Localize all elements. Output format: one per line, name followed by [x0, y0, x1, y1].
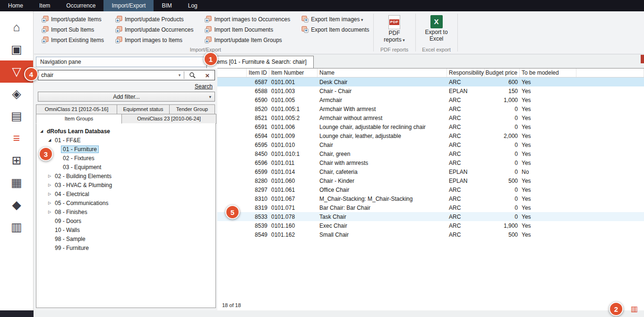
column-header-item-id[interactable]: Item ID [247, 69, 269, 77]
tree-node[interactable]: 02 - Fixtures [36, 154, 215, 163]
search-history-chevron-icon[interactable]: ▾ [175, 73, 184, 77]
table-row[interactable]: 6599 0101.014 Chair, cafeteria EPLAN 0 N… [217, 167, 644, 176]
item-groups-icon[interactable]: ▣ [0, 38, 33, 60]
import-images-to-occurrences-button[interactable]: Import images to Occurrences [203, 14, 292, 24]
chevron-down-icon: ▾ [209, 94, 211, 99]
export-icon [301, 16, 309, 23]
tab-equipment-status[interactable]: Equipmnet status [117, 104, 170, 114]
search-input[interactable] [38, 72, 175, 78]
table-row[interactable]: 8319 0101.071 Bar Chair: Bar Chair ARC 0… [217, 203, 644, 212]
tree-expander-icon[interactable]: ▷ [48, 174, 55, 178]
menu-tab-item[interactable]: Item [31, 0, 58, 11]
menu-tab-occurrence[interactable]: Occurrence [58, 0, 103, 11]
import-sub-items-button[interactable]: Import Sub Items [40, 25, 106, 34]
column-header-item-number[interactable]: Item Number [269, 69, 318, 77]
tree-node[interactable]: ▷ 08 - Finishes [36, 207, 215, 216]
clear-search-icon[interactable]: × [200, 71, 215, 79]
table-row[interactable]: 6588 0101.003 Chair - Chair EPLAN 150 Ye… [217, 86, 644, 95]
table-row[interactable]: 6590 0101.005 Armchair ARC 1,000 Yes [217, 95, 644, 104]
tree-node[interactable]: 01 - Furniture [36, 145, 215, 154]
tree-expander-icon[interactable]: ▷ [48, 201, 55, 205]
tree-expander-icon[interactable]: ◢ [48, 138, 55, 142]
menu-tab-home[interactable]: Home [0, 0, 31, 11]
cell-item-id: 8450 [247, 149, 269, 158]
tree-node[interactable]: 10 - Walls [36, 225, 215, 234]
search-link[interactable]: Search [195, 83, 213, 90]
occurrences-icon[interactable]: ◈ [0, 83, 33, 105]
table-row[interactable]: 6596 0101.011 Chair with armrests ARC 0 … [217, 158, 644, 167]
column-header-budget-price[interactable]: Budget price [485, 69, 520, 77]
import-item-documents-button[interactable]: Import Item Documents [203, 25, 292, 34]
export-item-documents-button[interactable]: Export Item documents [300, 25, 371, 34]
logistics-icon[interactable]: ⊞ [0, 149, 33, 171]
table-row[interactable]: 6594 0101.009 Lounge chair, leather, adj… [217, 131, 644, 140]
documents-icon[interactable]: ▤ [0, 105, 33, 127]
table-row[interactable]: 8520 0101.005:1 Armchair With armrest AR… [217, 104, 644, 113]
tree-node[interactable]: ▷ 05 - Communications [36, 198, 215, 207]
export-to-excel-button[interactable]: X Export to Excel [421, 14, 452, 44]
table-row[interactable]: 8310 0101.067 M_Chair-Stacking: M_Chair-… [217, 194, 644, 203]
tree-expander-icon[interactable]: ▷ [48, 183, 55, 187]
column-header-responsibility[interactable]: Responsibility [447, 69, 485, 77]
tree-node[interactable]: ◢ 01 - FF&E [36, 136, 215, 145]
ribbon-separator [457, 14, 458, 51]
table-row[interactable]: 8539 0101.160 Exec Chair ARC 1,900 Yes [217, 221, 644, 230]
import-export-icon [205, 36, 212, 43]
table-row[interactable]: 8450 0101.010:1 Chair, green ARC 0 Yes [217, 149, 644, 158]
tab-omniclass-21[interactable]: OmniClass 21 [2012-05-16] [36, 104, 117, 114]
cell-item-number: 0101.005:2 [269, 113, 318, 122]
tree-expander-icon[interactable]: ◢ [40, 129, 47, 133]
tree-node[interactable]: ▷ 04 - Electrical [36, 189, 215, 198]
tree-node[interactable]: 03 - Equipment [36, 163, 215, 171]
table-row[interactable]: 8297 0101.061 Office Chair ARC 0 Yes [217, 185, 644, 194]
menu-tab-log[interactable]: Log [180, 0, 206, 11]
tab-omniclass-23[interactable]: OmniClass 23 [2010-06-24] [121, 114, 216, 124]
tree-expander-icon[interactable]: ▷ [48, 192, 55, 196]
tree-expander-icon[interactable]: ▷ [48, 210, 55, 214]
tree-node[interactable]: ▷ 03 - HVAC & Plumbing [36, 180, 215, 189]
database-icon[interactable]: ≡ [0, 127, 33, 149]
table-row[interactable]: 8549 0101.162 Small Chair ARC 500 Yes [217, 230, 644, 239]
menu-tab-import-export[interactable]: Import/Export [103, 0, 154, 11]
tree-node[interactable]: ▷ 02 - Building Elements [36, 171, 215, 180]
pdf-reports-button[interactable]: PDF PDF reports [379, 14, 410, 45]
cell-responsibility: ARC [447, 203, 485, 212]
tab-item-groups[interactable]: Item Groups [36, 114, 122, 124]
tree-node[interactable]: 98 - Sample [36, 234, 215, 243]
table-row[interactable]: 6587 0101.001 Desk Chair ARC 600 Yes [217, 77, 644, 86]
add-filter-dropdown[interactable]: Add filter... ▾ [38, 92, 215, 102]
import-update-item-groups-button[interactable]: Import/update Item Groups [203, 35, 292, 45]
export-item-images-button[interactable]: Export Item images [300, 14, 371, 24]
import-update-products-button[interactable]: Import/update Products [113, 14, 195, 24]
tree-node-label: 99 - Furniture [55, 245, 89, 251]
table-row[interactable]: 8533 0101.078 Task Chair ARC 0 Yes [217, 212, 644, 221]
menu-tab-bim[interactable]: BIM [154, 0, 180, 11]
search-link-row: Search [195, 82, 213, 90]
table-row[interactable]: 8280 0101.060 Chair - Kinder EPLAN 500 Y… [217, 176, 644, 185]
buildings-icon[interactable]: ⌂ [0, 16, 33, 38]
table-row[interactable]: 8521 0101.005:2 Armchair without armrest… [217, 113, 644, 122]
import-update-occurrences-button[interactable]: Import/update Occurrences [113, 25, 195, 34]
systems-icon[interactable]: ◆ [0, 194, 33, 216]
table-row[interactable]: 6595 0101.010 Chair ARC 0 Yes [217, 140, 644, 149]
column-header-to-be-modeled[interactable]: To be modeled [520, 69, 576, 77]
cell-item-id: 8533 [247, 212, 269, 221]
items-document-tab[interactable]: Items [01 - Furniture & Search: chair] [206, 56, 314, 68]
import-images-to-items-button[interactable]: Import images to Items [113, 35, 195, 45]
cell-to-be-modeled: Yes [520, 176, 576, 185]
products-icon[interactable]: ▦ [0, 171, 33, 194]
excel-icon: X [430, 15, 443, 28]
import-update-items-button[interactable]: Import/update Items [40, 14, 106, 24]
import-existing-items-button[interactable]: Import Existing Items [40, 35, 106, 45]
table-row[interactable]: 6591 0101.006 Lounge chair, adjustable f… [217, 122, 644, 131]
column-header-name[interactable]: Name [318, 69, 447, 77]
tree-node[interactable]: ◢ dRofus Learn Database [36, 127, 215, 136]
menu-tab-label: Occurrence [66, 2, 95, 9]
tree-node[interactable]: 99 - Furniture [36, 243, 215, 252]
tab-tender-group[interactable]: Tender Group [169, 104, 215, 114]
reports-icon[interactable]: ▥ [0, 216, 33, 238]
tree-node[interactable]: 09 - Doors [36, 216, 215, 225]
cell-filler [576, 230, 644, 239]
search-icon[interactable] [184, 72, 200, 78]
menu-tab-label: Log [188, 2, 197, 9]
